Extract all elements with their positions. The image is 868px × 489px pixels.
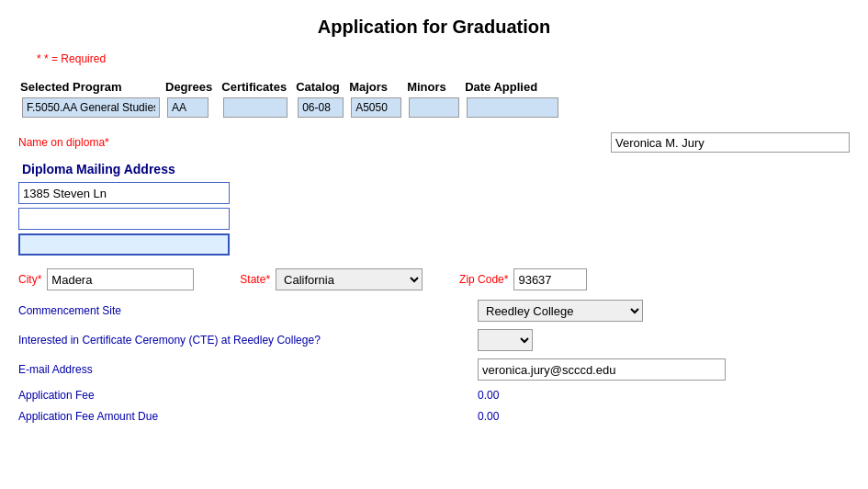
app-fee-row: Application Fee 0.00	[18, 388, 850, 402]
program-input[interactable]	[22, 97, 160, 118]
email-row: E-mail Address	[18, 358, 850, 381]
degrees-input[interactable]	[167, 97, 209, 118]
info-rows: Commencement Site Reedley College Clovis…	[18, 300, 850, 423]
app-fee-due-label: Application Fee Amount Due	[18, 410, 331, 423]
cert-ceremony-label: Interested in Certificate Ceremony (CTE)…	[18, 334, 331, 347]
col-header-certificates: Certificates	[220, 78, 294, 96]
catalog-input[interactable]	[298, 97, 344, 118]
email-label: E-mail Address	[18, 363, 331, 376]
zipcode-label: Zip Code*	[459, 273, 508, 286]
col-header-catalog: Catalog	[294, 78, 347, 96]
col-header-minors: Minors	[405, 78, 463, 96]
page-title: Application for Graduation	[0, 0, 868, 47]
email-input[interactable]	[478, 358, 726, 381]
state-select[interactable]: California Alabama Alaska Arizona Arkans…	[276, 268, 423, 290]
city-label: City*	[18, 273, 41, 286]
address-line1-input[interactable]	[18, 182, 230, 204]
name-diploma-input[interactable]	[611, 132, 850, 153]
app-fee-label: Application Fee	[18, 389, 331, 402]
certificates-input[interactable]	[223, 97, 287, 118]
col-header-date-applied: Date Applied	[463, 78, 562, 96]
majors-input[interactable]	[351, 97, 401, 118]
commencement-select[interactable]: Reedley College Clovis Community College…	[478, 300, 643, 322]
app-fee-value: 0.00	[478, 388, 499, 402]
cert-ceremony-value: Yes No	[478, 329, 533, 351]
diploma-section-title: Diploma Mailing Address	[18, 162, 850, 176]
app-fee-due-row: Application Fee Amount Due 0.00	[18, 409, 850, 423]
asterisk-icon: *	[37, 52, 41, 65]
city-state-row: City* State* California Alabama Alaska A…	[18, 268, 850, 290]
table-row	[18, 96, 562, 119]
commencement-row: Commencement Site Reedley College Clovis…	[18, 300, 850, 322]
address-line2-input[interactable]	[18, 208, 230, 230]
cert-ceremony-select[interactable]: Yes No	[478, 329, 533, 351]
date-applied-input[interactable]	[467, 97, 558, 118]
minors-input[interactable]	[409, 97, 459, 118]
city-input[interactable]	[47, 268, 194, 290]
name-diploma-label: Name on diploma*	[18, 136, 109, 149]
cert-ceremony-row: Interested in Certificate Ceremony (CTE)…	[18, 329, 850, 351]
name-diploma-row: Name on diploma*	[18, 132, 850, 153]
col-header-majors: Majors	[347, 78, 405, 96]
diploma-section: Diploma Mailing Address	[18, 162, 850, 256]
email-value	[478, 358, 726, 381]
app-fee-due-value: 0.00	[478, 409, 499, 423]
col-header-program: Selected Program	[18, 78, 163, 96]
commencement-label: Commencement Site	[18, 304, 331, 317]
col-header-degrees: Degrees	[163, 78, 220, 96]
program-table: Selected Program Degrees Certificates Ca…	[18, 78, 850, 119]
required-note: * * = Required	[18, 47, 850, 74]
address-line3-input[interactable]	[18, 233, 230, 256]
commencement-value: Reedley College Clovis Community College…	[478, 300, 643, 322]
zipcode-input[interactable]	[513, 268, 587, 290]
state-label: State*	[240, 273, 270, 286]
